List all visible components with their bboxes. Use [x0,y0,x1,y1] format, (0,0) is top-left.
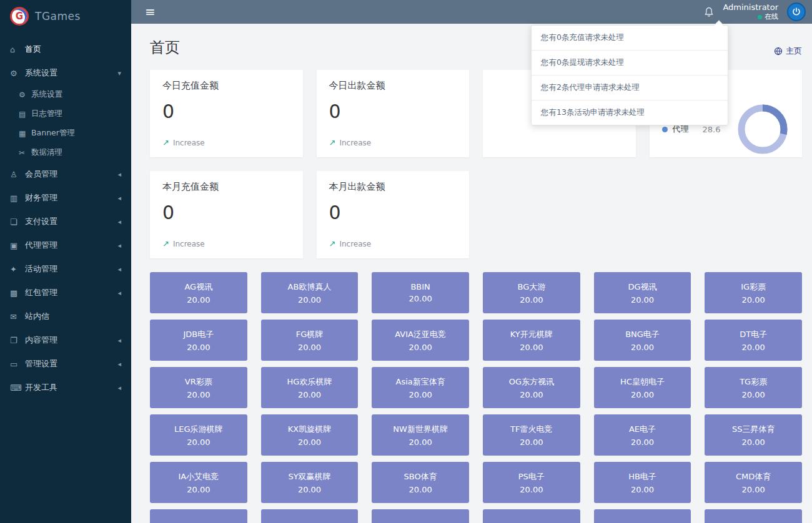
sidebar-item-label: 首页 [25,44,41,55]
game-tile-name: BBIN [410,282,430,291]
stats-row-2: 本月充值金额 0 ↗Increase 本月出款金额 0 ↗Increase [150,171,802,258]
sidebar-item-redpacket-management[interactable]: ▩ 红包管理 ◂ [0,281,131,305]
game-tile[interactable]: DT电子 20.00 [705,320,802,361]
game-tile[interactable]: SY双赢棋牌 20.00 [261,462,359,503]
game-tile-partial[interactable] [261,509,359,523]
stat-card-month-deposit: 本月充值金额 0 ↗Increase [150,171,303,258]
game-tile[interactable]: CMD体育 20.00 [705,462,802,503]
sidebar-subitem-system-settings[interactable]: ⚙ 系统设置 [0,85,131,104]
game-tile[interactable]: BG大游 20.00 [483,272,580,313]
game-tile-partial[interactable] [150,509,247,523]
game-tile[interactable]: OG东方视讯 20.00 [483,367,580,408]
game-tile[interactable]: AE电子 20.00 [594,414,691,456]
game-tile[interactable]: HG欢乐棋牌 20.00 [261,367,359,408]
game-tile-name: OG东方视讯 [509,376,554,388]
game-tile-value: 20.00 [520,390,543,399]
game-tile-partial[interactable] [372,509,469,523]
game-tile[interactable]: FG棋牌 20.00 [261,320,359,361]
breadcrumb[interactable]: 主页 [774,46,802,57]
sidebar-subitem-data-cleanup[interactable]: ✂ 数据清理 [0,143,131,162]
sidebar-item-home[interactable]: ⌂ 首页 [0,37,131,61]
gear-icon: ⚙ [19,90,31,99]
game-tile[interactable]: BBIN 20.00 [372,272,469,313]
game-tile[interactable]: HC皇朝电子 20.00 [594,367,691,408]
notification-item[interactable]: 您有0条提现请求未处理 [532,51,728,76]
sidebar-item-payment-settings[interactable]: ❏ 支付设置 ◂ [0,210,131,233]
stat-title: 今日出款金额 [329,80,457,92]
game-tile[interactable]: TG彩票 20.00 [705,367,802,408]
sidebar-item-activity-management[interactable]: ✦ 活动管理 ◂ [0,257,131,281]
game-tile[interactable]: PS电子 20.00 [483,462,580,503]
game-tile-partial[interactable] [483,509,580,523]
notifications-list: 您有0条充值请求未处理您有0条提现请求未处理您有2条代理申请请求未处理您有13条… [532,26,728,125]
database-icon: ▥ [10,193,25,203]
sidebar: G TGames ⌂ 首页 ⚙ 系统设置 ▾ ⚙ 系统设置 ▤ 日志管理 ▦ B… [0,0,131,523]
log-file-icon: ▤ [19,110,31,119]
sidebar-item-member-management[interactable]: ♙ 会员管理 ◂ [0,162,131,186]
game-tile[interactable]: SBO体育 20.00 [372,462,469,503]
game-tile[interactable]: JDB电子 20.00 [150,320,247,361]
game-tile[interactable]: TF雷火电竞 20.00 [483,414,580,456]
game-tile[interactable]: AVIA泛亚电竞 20.00 [372,320,469,361]
game-tile-value: 20.00 [742,437,765,447]
game-tile-value: 20.00 [742,343,765,352]
game-tile-value: 20.00 [187,295,210,305]
game-tile-value: 20.00 [520,343,543,352]
game-tile[interactable]: IG彩票 20.00 [705,272,802,313]
sidebar-item-site-mail[interactable]: ✉ 站内信 [0,305,131,328]
game-tile-name: AB欧博真人 [288,281,332,293]
gears-icon: ⚙ [10,69,25,78]
notifications-bell-icon[interactable] [704,7,714,17]
notification-item[interactable]: 您有2条代理申请请求未处理 [532,76,728,100]
game-tile-partial[interactable] [594,509,691,523]
game-tile-value: 20.00 [298,485,321,494]
activity-icon: ✦ [10,265,25,274]
trend-label: Increase [173,139,205,147]
chevron-left-icon: ◂ [117,194,121,202]
sidebar-item-system-settings-group[interactable]: ⚙ 系统设置 ▾ [0,61,131,85]
trend-up-icon: ↗ [329,239,336,248]
trend-up-icon: ↗ [162,138,169,147]
user-menu[interactable]: Administrator 在线 [723,2,778,21]
game-tile-value: 20.00 [409,390,432,399]
game-tile[interactable]: NW新世界棋牌 20.00 [372,414,469,456]
notification-item[interactable]: 您有13条活动申请请求未处理 [532,100,728,125]
sidebar-item-label: 会员管理 [25,169,57,180]
stat-value: 0 [162,202,290,223]
game-tile[interactable]: DG视讯 20.00 [594,272,691,313]
menu-toggle-button[interactable]: ≡ [136,0,164,24]
sidebar-item-content-management[interactable]: ❐ 内容管理 ◂ [0,328,131,352]
stat-title: 本月充值金额 [162,181,290,193]
game-tile-name: IA小艾电竞 [178,471,219,482]
game-tile[interactable]: BNG电子 20.00 [594,320,691,361]
game-tile[interactable]: SS三昇体育 20.00 [705,414,802,456]
brand-logo-icon: G [10,7,29,26]
game-tile-value: 20.00 [742,390,765,399]
game-tile[interactable]: KY开元棋牌 20.00 [483,320,580,361]
game-tile[interactable]: AG视讯 20.00 [150,272,247,313]
sidebar-item-agent-management[interactable]: ▣ 代理管理 ◂ [0,233,131,257]
logout-power-button[interactable] [787,2,806,21]
sidebar-item-finance-management[interactable]: ▥ 财务管理 ◂ [0,186,131,210]
online-status-dot [758,15,762,19]
game-tile-name: VR彩票 [185,376,212,388]
game-tile[interactable]: KX凯旋棋牌 20.00 [261,414,359,456]
notification-item[interactable]: 您有0条充值请求未处理 [532,26,728,51]
game-tile-name: AVIA泛亚电竞 [395,329,446,340]
id-card-icon: ▭ [10,359,25,369]
game-tile[interactable]: LEG乐游棋牌 20.00 [150,414,247,456]
sidebar-item-dev-tools[interactable]: ⌨ 开发工具 ◂ [0,376,131,399]
brand[interactable]: G TGames [0,0,131,32]
game-tile[interactable]: AB欧博真人 20.00 [261,272,359,313]
sidebar-subitem-log-management[interactable]: ▤ 日志管理 [0,104,131,124]
game-tile-partial[interactable] [705,509,802,523]
envelope-icon: ✉ [10,312,25,321]
sidebar-item-admin-settings[interactable]: ▭ 管理设置 ◂ [0,352,131,376]
sidebar-subitem-banner-management[interactable]: ▦ Banner管理 [0,124,131,143]
game-tile[interactable]: Asia新宝体育 20.00 [372,367,469,408]
game-tile[interactable]: HB电子 20.00 [594,462,691,503]
game-tile[interactable]: VR彩票 20.00 [150,367,247,408]
game-tile-name: AG视讯 [184,281,212,293]
chevron-left-icon: ◂ [117,242,121,250]
game-tile[interactable]: IA小艾电竞 20.00 [150,462,247,503]
